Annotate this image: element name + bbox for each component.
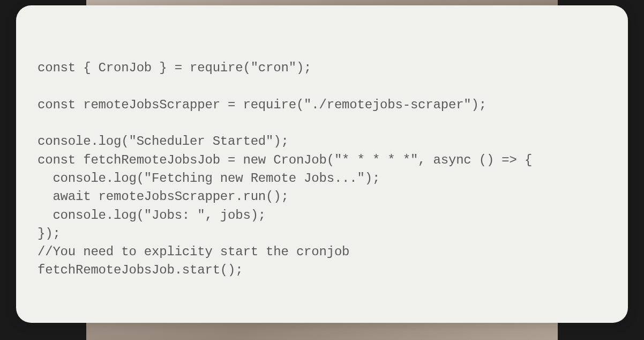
- code-block: const { CronJob } = require("cron"); con…: [38, 59, 606, 280]
- code-snippet-card: const { CronJob } = require("cron"); con…: [16, 5, 628, 323]
